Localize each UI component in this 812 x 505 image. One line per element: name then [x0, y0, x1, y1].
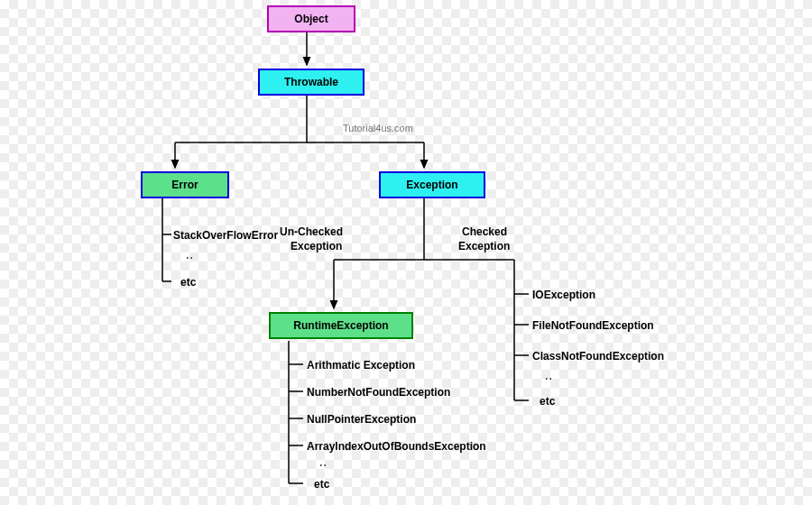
checked-item-0: IOException: [532, 289, 595, 301]
checked-dots: :: [544, 377, 555, 381]
watermark-text: Tutorial4us.com: [343, 123, 413, 133]
label-checked-1: Checked: [462, 225, 507, 238]
error-item-0: StackOverFlowError: [173, 229, 278, 242]
runtime-item-3: ArrayIndexOutOfBoundsException: [307, 440, 486, 453]
runtime-etc: etc: [314, 478, 329, 491]
node-error: Error: [141, 171, 229, 198]
runtime-item-0: Arithmatic Exception: [307, 359, 415, 372]
runtime-item-1: NumberNotFoundException: [307, 386, 450, 399]
error-etc: etc: [180, 276, 196, 289]
node-exception: Exception: [379, 171, 485, 198]
runtime-item-2: NullPointerException: [307, 413, 416, 426]
checked-item-2: ClassNotFoundException: [532, 350, 664, 363]
runtime-dots: :: [318, 464, 329, 467]
checked-etc: etc: [540, 395, 555, 408]
node-throwable: Throwable: [258, 69, 364, 96]
checked-item-1: FileNotFoundException: [532, 319, 654, 332]
label-unchecked-1: Un-Checked: [280, 225, 343, 238]
node-runtime: RuntimeException: [269, 312, 413, 339]
error-dots: :: [185, 256, 196, 260]
label-checked-2: Exception: [458, 240, 510, 252]
connector-lines: [0, 0, 812, 505]
node-object: Object: [267, 5, 355, 32]
label-unchecked-2: Exception: [291, 240, 342, 252]
